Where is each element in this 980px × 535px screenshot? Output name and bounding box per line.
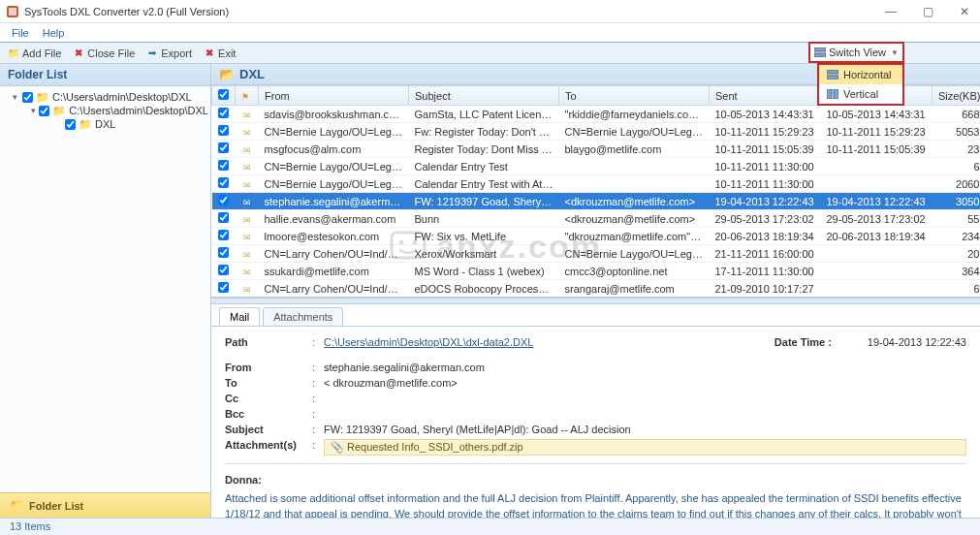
minimize-button[interactable]: — [881, 5, 901, 18]
switch-view-icon [814, 47, 826, 57]
cell-to: <dkrouzman@metlife.com> [559, 210, 710, 228]
folder-open-icon: 📂 [219, 67, 235, 81]
detail-from-value: stephanie.segalini@akerman.com [324, 362, 966, 373]
col-size[interactable]: Size(KB) [933, 86, 981, 106]
vertical-icon [827, 89, 838, 99]
folder-add-icon: 📁 [8, 47, 19, 59]
close-file-button[interactable]: ✖ Close File [73, 47, 135, 59]
table-row[interactable]: ✉ sdavis@brookskushman.com GamSta, LLC P… [212, 106, 981, 123]
cell-sent: 21-09-2010 10:17:27 [710, 280, 821, 298]
detail-subject-value: FW: 1219397 Goad, Sheryl (MetLife|AP|dl)… [324, 424, 966, 435]
cell-subject: Fw: Register Today: Don't Mi... [409, 123, 559, 141]
row-checkbox[interactable] [218, 142, 229, 153]
export-icon: ➡ [146, 47, 158, 59]
opt-vertical-label: Vertical [843, 88, 878, 100]
col-from[interactable]: From [259, 86, 409, 106]
table-row[interactable]: ✉ CN=Bernie Laygo/OU=Leg/... Calendar En… [212, 158, 981, 175]
tree-checkbox[interactable] [22, 92, 33, 103]
cell-to [559, 158, 710, 175]
cell-from: sdavis@brookskushman.com [259, 106, 409, 123]
opt-horizontal-label: Horizontal [843, 69, 892, 80]
tree-checkbox[interactable] [65, 119, 76, 130]
cell-subject: Calendar Entry Test [409, 158, 559, 175]
maximize-button[interactable]: ▢ [918, 5, 937, 18]
tree-twisty-icon[interactable]: ▾ [31, 106, 36, 115]
cell-received [821, 280, 933, 298]
cell-from: CN=Larry Cohen/OU=Ind/O... [259, 245, 409, 263]
table-row[interactable]: ✉ CN=Larry Cohen/OU=Ind/O... Xerox/Works… [212, 245, 981, 263]
col-sent[interactable]: Sent [710, 86, 821, 106]
cell-to: "rkiddie@farneydaniels.com... [559, 106, 710, 123]
cell-sent: 10-05-2013 14:43:31 [710, 106, 821, 123]
tree-node[interactable]: ▾ 📁 C:\Users\admin\Desktop\DXL [2, 104, 208, 117]
row-checkbox[interactable] [218, 247, 229, 258]
body-text: Attached is some additional offset infor… [225, 490, 966, 519]
tree-twisty-icon[interactable]: ▾ [10, 92, 19, 102]
col-subject[interactable]: Subject [409, 86, 559, 106]
cell-subject: Bunn [409, 210, 559, 228]
table-row[interactable]: ✉ CN=Larry Cohen/OU=Ind/O... eDOCS Roboc… [212, 280, 981, 298]
cell-subject: MetiP - Application Vulnera... [409, 298, 559, 299]
tree-node[interactable]: ▾ 📁 C:\Users\admin\Desktop\DXL [2, 90, 208, 104]
folder-tree[interactable]: ▾ 📁 C:\Users\admin\Desktop\DXL▾ 📁 C:\Use… [0, 86, 210, 492]
folder-icon: 📁 [79, 118, 92, 130]
table-row[interactable]: ✉ CN=Bernie Laygo/OU=Leg/... Calendar En… [212, 175, 981, 193]
detail-subject-key: Subject [225, 424, 312, 435]
cell-size: 5053 [933, 123, 981, 141]
cell-to: <dkrouzman@metlife.com> [559, 193, 710, 210]
cell-sent: 10-11-2011 15:29:23 [710, 123, 821, 141]
cell-to: cmcc3@optonline.net [559, 263, 710, 280]
row-checkbox[interactable] [218, 177, 229, 188]
row-checkbox[interactable] [218, 160, 229, 171]
cell-size: 234 [933, 228, 981, 245]
cell-to [559, 175, 710, 193]
add-file-button[interactable]: 📁 Add File [8, 47, 61, 59]
detail-bcc-key: Bcc [225, 408, 312, 420]
tab-mail[interactable]: Mail [219, 307, 260, 326]
cell-size: 364 [933, 263, 981, 280]
close-button[interactable]: ✕ [955, 5, 974, 18]
row-checkbox[interactable] [218, 230, 229, 240]
detail-path-value[interactable]: C:\Users\admin\Desktop\DXL\dxl-data2.DXL [324, 336, 775, 348]
switch-view-dropdown[interactable]: Switch View ▼ [808, 42, 904, 63]
horizontal-splitter[interactable] [211, 298, 980, 304]
row-checkbox[interactable] [218, 195, 229, 205]
detail-attachment-value[interactable]: 📎 Requested Info_ SSDI_others.pdf.zip [324, 439, 966, 456]
col-checkbox[interactable] [212, 86, 236, 106]
table-row[interactable]: ✉ lmoore@estesokon.com FW: Six vs. MetLi… [212, 228, 981, 245]
row-checkbox[interactable] [218, 265, 229, 275]
table-row[interactable]: ✉ CN=Larry Cohen/OU=Ind/O... MetiP - App… [212, 298, 981, 299]
table-row[interactable]: ✉ ssukardi@metlife.com MS Word - Class 1… [212, 263, 981, 280]
row-checkbox[interactable] [218, 212, 229, 223]
tree-node[interactable]: 📁 DXL [2, 117, 208, 131]
table-row[interactable]: ✉ CN=Bernie Laygo/OU=Leg/... Fw: Registe… [212, 123, 981, 141]
mail-icon: ✉ [243, 128, 251, 138]
table-row[interactable]: ✉ stephanie.segalini@akerma... FW: 12193… [212, 193, 981, 210]
col-flag[interactable]: ⚑ [236, 86, 259, 106]
col-to[interactable]: To [559, 86, 710, 106]
cell-subject: GamSta, LLC Patent Licensin... [409, 106, 559, 123]
menu-file[interactable]: File [12, 27, 29, 39]
row-checkbox[interactable] [218, 125, 229, 136]
exit-button[interactable]: ✖ Exit [204, 47, 236, 59]
folder-list-footer[interactable]: 📁 Folder List [0, 492, 210, 518]
export-button[interactable]: ➡ Export [146, 47, 192, 59]
row-checkbox[interactable] [218, 108, 229, 118]
cell-sent: 19-04-2013 12:22:43 [710, 193, 821, 210]
mail-icon: ✉ [243, 145, 251, 155]
table-row[interactable]: ✉ msgfocus@alm.com Register Today: Dont … [212, 141, 981, 158]
row-checkbox[interactable] [218, 282, 229, 293]
cell-to: CN=Bernie Laygo/OU=Leg/... [559, 245, 710, 263]
table-row[interactable]: ✉ hallie.evans@akerman.com Bunn <dkrouzm… [212, 210, 981, 228]
tree-checkbox[interactable] [39, 106, 49, 116]
menu-help[interactable]: Help [43, 27, 65, 39]
cell-size: 2060 [933, 175, 981, 193]
cell-subject: FW: 1219397 Goad, Sheryl |... [409, 193, 559, 210]
svg-rect-6 [827, 89, 832, 99]
mail-icon: ✉ [243, 180, 251, 190]
tab-attachments[interactable]: Attachments [263, 307, 343, 326]
switch-view-vertical[interactable]: Vertical [819, 84, 902, 104]
svg-rect-1 [9, 8, 16, 16]
switch-view-horizontal[interactable]: Horizontal [819, 65, 902, 84]
message-grid[interactable]: ⚑ From Subject To Sent Received Size(KB)… [211, 85, 980, 298]
